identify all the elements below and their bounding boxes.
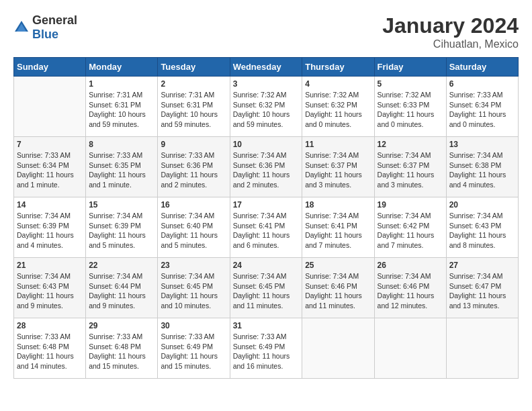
calendar-cell: 29Sunrise: 7:33 AM Sunset: 6:48 PM Dayli… <box>86 318 158 379</box>
logo-icon <box>13 19 30 36</box>
calendar-cell: 1Sunrise: 7:31 AM Sunset: 6:31 PM Daylig… <box>86 77 158 137</box>
calendar-cell: 26Sunrise: 7:34 AM Sunset: 6:46 PM Dayli… <box>374 258 446 318</box>
day-number: 17 <box>233 200 300 210</box>
calendar-week-row: 7Sunrise: 7:33 AM Sunset: 6:34 PM Daylig… <box>14 137 519 197</box>
day-number: 27 <box>449 261 515 270</box>
calendar-cell: 7Sunrise: 7:33 AM Sunset: 6:34 PM Daylig… <box>14 137 86 197</box>
day-number: 5 <box>378 79 443 89</box>
calendar-cell <box>302 318 374 379</box>
calendar-cell: 17Sunrise: 7:34 AM Sunset: 6:41 PM Dayli… <box>230 197 302 258</box>
calendar-cell <box>374 318 446 379</box>
day-info: Sunrise: 7:34 AM Sunset: 6:47 PM Dayligh… <box>449 271 515 311</box>
day-number: 14 <box>17 200 83 210</box>
calendar-cell <box>14 77 86 137</box>
calendar-cell: 27Sunrise: 7:34 AM Sunset: 6:47 PM Dayli… <box>446 258 518 318</box>
day-info: Sunrise: 7:34 AM Sunset: 6:38 PM Dayligh… <box>449 150 515 190</box>
weekday-header: Tuesday <box>158 58 230 77</box>
day-info: Sunrise: 7:34 AM Sunset: 6:37 PM Dayligh… <box>378 150 443 190</box>
day-info: Sunrise: 7:34 AM Sunset: 6:46 PM Dayligh… <box>378 271 443 311</box>
calendar-week-row: 28Sunrise: 7:33 AM Sunset: 6:48 PM Dayli… <box>14 318 519 379</box>
weekday-header: Saturday <box>446 58 518 77</box>
day-info: Sunrise: 7:34 AM Sunset: 6:45 PM Dayligh… <box>161 271 226 311</box>
calendar-cell <box>446 318 518 379</box>
day-number: 30 <box>161 321 226 330</box>
calendar-cell: 25Sunrise: 7:34 AM Sunset: 6:46 PM Dayli… <box>302 258 374 318</box>
day-info: Sunrise: 7:34 AM Sunset: 6:45 PM Dayligh… <box>233 271 300 311</box>
weekday-header: Thursday <box>302 58 374 77</box>
day-info: Sunrise: 7:33 AM Sunset: 6:34 PM Dayligh… <box>449 90 515 130</box>
day-info: Sunrise: 7:32 AM Sunset: 6:33 PM Dayligh… <box>378 90 443 130</box>
day-info: Sunrise: 7:34 AM Sunset: 6:43 PM Dayligh… <box>17 271 83 311</box>
title-block: January 2024 Cihuatlan, Mexico <box>382 13 519 50</box>
page-header: General Blue January 2024 Cihuatlan, Mex… <box>13 13 519 50</box>
day-number: 9 <box>161 140 226 149</box>
calendar-table: SundayMondayTuesdayWednesdayThursdayFrid… <box>13 57 519 379</box>
day-number: 21 <box>17 261 83 270</box>
day-info: Sunrise: 7:31 AM Sunset: 6:31 PM Dayligh… <box>161 90 226 130</box>
calendar-cell: 2Sunrise: 7:31 AM Sunset: 6:31 PM Daylig… <box>158 77 230 137</box>
day-number: 15 <box>89 200 154 210</box>
day-number: 19 <box>378 200 443 210</box>
calendar-cell: 15Sunrise: 7:34 AM Sunset: 6:39 PM Dayli… <box>86 197 158 258</box>
main-title: January 2024 <box>382 13 519 38</box>
calendar-cell: 4Sunrise: 7:32 AM Sunset: 6:32 PM Daylig… <box>302 77 374 137</box>
calendar-cell: 9Sunrise: 7:33 AM Sunset: 6:36 PM Daylig… <box>158 137 230 197</box>
calendar-cell: 12Sunrise: 7:34 AM Sunset: 6:37 PM Dayli… <box>374 137 446 197</box>
day-info: Sunrise: 7:31 AM Sunset: 6:31 PM Dayligh… <box>89 90 154 130</box>
day-info: Sunrise: 7:33 AM Sunset: 6:48 PM Dayligh… <box>89 332 154 371</box>
day-info: Sunrise: 7:34 AM Sunset: 6:40 PM Dayligh… <box>161 211 226 250</box>
day-number: 25 <box>305 261 371 270</box>
day-info: Sunrise: 7:34 AM Sunset: 6:39 PM Dayligh… <box>89 211 154 250</box>
day-number: 23 <box>161 261 226 270</box>
day-info: Sunrise: 7:34 AM Sunset: 6:41 PM Dayligh… <box>305 211 371 250</box>
weekday-row: SundayMondayTuesdayWednesdayThursdayFrid… <box>14 58 519 77</box>
day-number: 26 <box>378 261 443 270</box>
day-info: Sunrise: 7:34 AM Sunset: 6:46 PM Dayligh… <box>305 271 371 311</box>
weekday-header: Friday <box>374 58 446 77</box>
calendar-cell: 10Sunrise: 7:34 AM Sunset: 6:36 PM Dayli… <box>230 137 302 197</box>
day-info: Sunrise: 7:34 AM Sunset: 6:39 PM Dayligh… <box>17 211 83 250</box>
calendar-cell: 13Sunrise: 7:34 AM Sunset: 6:38 PM Dayli… <box>446 137 518 197</box>
day-number: 12 <box>378 140 443 149</box>
day-number: 6 <box>449 79 515 89</box>
day-number: 28 <box>17 321 83 330</box>
day-number: 20 <box>449 200 515 210</box>
day-number: 1 <box>89 79 154 89</box>
day-info: Sunrise: 7:33 AM Sunset: 6:49 PM Dayligh… <box>233 332 300 371</box>
logo-general: General <box>32 13 77 27</box>
day-number: 11 <box>305 140 371 149</box>
calendar-cell: 30Sunrise: 7:33 AM Sunset: 6:49 PM Dayli… <box>158 318 230 379</box>
day-info: Sunrise: 7:34 AM Sunset: 6:37 PM Dayligh… <box>305 150 371 190</box>
day-number: 22 <box>89 261 154 270</box>
day-number: 29 <box>89 321 154 330</box>
calendar-week-row: 14Sunrise: 7:34 AM Sunset: 6:39 PM Dayli… <box>14 197 519 258</box>
day-info: Sunrise: 7:34 AM Sunset: 6:44 PM Dayligh… <box>89 271 154 311</box>
subtitle: Cihuatlan, Mexico <box>382 38 519 50</box>
calendar-cell: 16Sunrise: 7:34 AM Sunset: 6:40 PM Dayli… <box>158 197 230 258</box>
calendar-cell: 31Sunrise: 7:33 AM Sunset: 6:49 PM Dayli… <box>230 318 302 379</box>
day-info: Sunrise: 7:33 AM Sunset: 6:35 PM Dayligh… <box>89 150 154 190</box>
calendar-cell: 24Sunrise: 7:34 AM Sunset: 6:45 PM Dayli… <box>230 258 302 318</box>
day-number: 8 <box>89 140 154 149</box>
calendar-cell: 3Sunrise: 7:32 AM Sunset: 6:32 PM Daylig… <box>230 77 302 137</box>
weekday-header: Sunday <box>14 58 86 77</box>
day-info: Sunrise: 7:33 AM Sunset: 6:34 PM Dayligh… <box>17 150 83 190</box>
calendar-cell: 20Sunrise: 7:34 AM Sunset: 6:43 PM Dayli… <box>446 197 518 258</box>
weekday-header: Wednesday <box>230 58 302 77</box>
calendar-week-row: 21Sunrise: 7:34 AM Sunset: 6:43 PM Dayli… <box>14 258 519 318</box>
day-number: 24 <box>233 261 300 270</box>
day-info: Sunrise: 7:33 AM Sunset: 6:48 PM Dayligh… <box>17 332 83 371</box>
day-info: Sunrise: 7:34 AM Sunset: 6:41 PM Dayligh… <box>233 211 300 250</box>
day-info: Sunrise: 7:34 AM Sunset: 6:42 PM Dayligh… <box>378 211 443 250</box>
calendar-cell: 22Sunrise: 7:34 AM Sunset: 6:44 PM Dayli… <box>86 258 158 318</box>
day-info: Sunrise: 7:32 AM Sunset: 6:32 PM Dayligh… <box>305 90 371 130</box>
calendar-cell: 18Sunrise: 7:34 AM Sunset: 6:41 PM Dayli… <box>302 197 374 258</box>
day-info: Sunrise: 7:34 AM Sunset: 6:43 PM Dayligh… <box>449 211 515 250</box>
logo-blue: Blue <box>32 28 58 41</box>
calendar-week-row: 1Sunrise: 7:31 AM Sunset: 6:31 PM Daylig… <box>14 77 519 137</box>
day-number: 31 <box>233 321 300 330</box>
calendar-body: 1Sunrise: 7:31 AM Sunset: 6:31 PM Daylig… <box>14 77 519 379</box>
calendar-cell: 19Sunrise: 7:34 AM Sunset: 6:42 PM Dayli… <box>374 197 446 258</box>
day-number: 18 <box>305 200 371 210</box>
day-info: Sunrise: 7:32 AM Sunset: 6:32 PM Dayligh… <box>233 90 300 130</box>
